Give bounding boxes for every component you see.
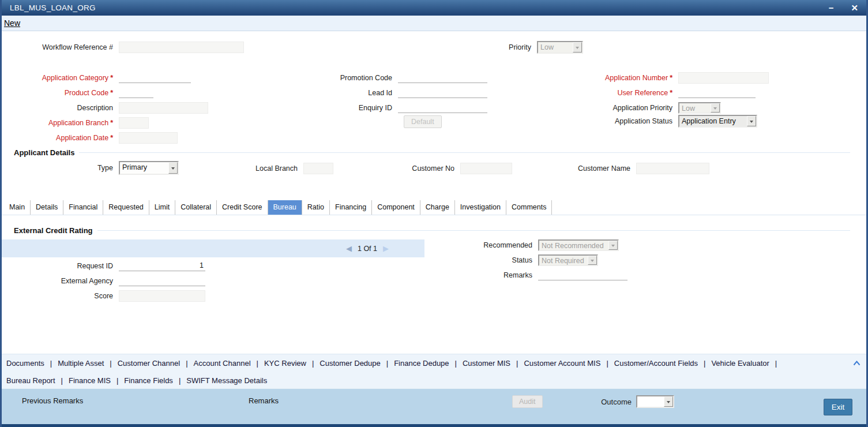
application-branch-input[interactable] xyxy=(119,117,149,129)
menu-item-new[interactable]: New xyxy=(4,18,20,28)
external-credit-rating-title: External Credit Rating xyxy=(14,226,93,235)
link-customer-channel[interactable]: Customer Channel xyxy=(118,359,180,368)
bureau-remarks-input[interactable] xyxy=(538,270,627,280)
link-customer-account-mis[interactable]: Customer Account MIS xyxy=(524,359,600,368)
field-priority: Priority Low xyxy=(502,41,583,54)
score-input[interactable] xyxy=(119,290,205,302)
link-finance-mis[interactable]: Finance MIS xyxy=(69,376,111,385)
outcome-select[interactable] xyxy=(636,395,674,408)
link-swift-message-details[interactable]: SWIFT Message Details xyxy=(186,376,267,385)
customer-no-input[interactable] xyxy=(460,163,512,174)
application-number-input[interactable] xyxy=(678,72,769,84)
link-documents[interactable]: Documents xyxy=(6,359,44,368)
link-separator: | xyxy=(312,359,314,368)
priority-label: Priority xyxy=(502,43,537,51)
product-code-input[interactable] xyxy=(119,88,153,98)
customer-name-input[interactable] xyxy=(636,163,709,174)
bureau-status-value: Not Required xyxy=(539,256,588,265)
link-vehicle-evaluator[interactable]: Vehicle Evaluator xyxy=(711,359,769,368)
bureau-status-label: Status xyxy=(475,256,538,264)
application-category-input[interactable] xyxy=(119,73,191,83)
footer-remarks-label: Remarks xyxy=(249,396,279,405)
link-separator: | xyxy=(455,359,457,368)
link-account-channel[interactable]: Account Channel xyxy=(194,359,251,368)
dropdown-arrow-icon[interactable] xyxy=(664,396,673,407)
link-finance-dedupe[interactable]: Finance Dedupe xyxy=(394,359,449,368)
local-branch-input[interactable] xyxy=(303,163,333,174)
tab-requested[interactable]: Requested xyxy=(103,200,149,215)
field-application-date: Application Date* xyxy=(9,132,178,144)
tab-component[interactable]: Component xyxy=(372,200,420,215)
priority-select[interactable]: Low xyxy=(537,41,583,54)
dropdown-arrow-icon[interactable] xyxy=(747,116,756,126)
field-recommended: Recommended Not Recommended xyxy=(475,239,619,252)
tab-bureau[interactable]: Bureau xyxy=(268,200,302,215)
link-kyc-review[interactable]: KYC Review xyxy=(264,359,306,368)
required-asterisk: * xyxy=(110,74,113,82)
application-status-value: Application Entry xyxy=(679,116,747,126)
minimize-icon[interactable]: − xyxy=(829,3,834,12)
application-number-label: Application Number* xyxy=(586,74,678,82)
page-indicator: 1 Of 1 xyxy=(358,245,377,253)
link-separator: | xyxy=(606,359,608,368)
customer-name-label: Customer Name xyxy=(567,164,636,173)
chevron-up-icon[interactable] xyxy=(853,359,861,368)
link-customer-dedupe[interactable]: Customer Dedupe xyxy=(320,359,381,368)
tab-financing[interactable]: Financing xyxy=(330,200,372,215)
window-bottom-edge xyxy=(2,424,866,427)
link-multiple-asset[interactable]: Multiple Asset xyxy=(58,359,104,368)
request-id-input[interactable]: 1 xyxy=(119,261,205,271)
close-icon[interactable]: ✕ xyxy=(851,3,858,12)
tab-financial[interactable]: Financial xyxy=(63,200,103,215)
enquiry-id-input[interactable] xyxy=(398,103,487,113)
tab-credit-score[interactable]: Credit Score xyxy=(217,200,268,215)
application-date-input[interactable] xyxy=(119,132,178,144)
link-customer-account-fields[interactable]: Customer/Account Fields xyxy=(614,359,698,368)
lead-id-input[interactable] xyxy=(398,88,487,98)
tab-strip-divider xyxy=(2,215,866,215)
bureau-remarks-label: Remarks xyxy=(475,271,538,279)
link-separator: | xyxy=(61,376,63,385)
audit-button[interactable]: Audit xyxy=(512,395,543,408)
external-agency-input[interactable] xyxy=(119,276,205,286)
form-content: Workflow Reference # Priority Low Applic… xyxy=(2,31,866,354)
link-bureau-report[interactable]: Bureau Report xyxy=(6,376,55,385)
request-id-label: Request ID xyxy=(9,262,119,270)
recommended-select[interactable]: Not Recommended xyxy=(538,239,619,251)
tab-comments[interactable]: Comments xyxy=(506,200,552,215)
promotion-code-input[interactable] xyxy=(398,73,487,83)
dropdown-arrow-icon[interactable] xyxy=(573,42,582,53)
dropdown-arrow-icon[interactable] xyxy=(711,103,720,113)
user-reference-input[interactable] xyxy=(678,88,756,98)
tab-details[interactable]: Details xyxy=(31,200,63,215)
next-page-icon[interactable]: ▶ xyxy=(383,244,389,253)
field-external-agency: External Agency xyxy=(9,275,205,287)
tab-charge[interactable]: Charge xyxy=(420,200,455,215)
tab-limit[interactable]: Limit xyxy=(149,200,175,215)
link-customer-mis[interactable]: Customer MIS xyxy=(463,359,510,368)
section-header-applicant-details: Applicant Details xyxy=(14,148,850,157)
application-priority-select[interactable]: Low xyxy=(678,102,721,114)
field-outcome: Outcome xyxy=(553,395,674,408)
tab-main[interactable]: Main xyxy=(4,200,31,215)
score-label: Score xyxy=(9,292,119,300)
field-enquiry-id: Enquiry ID xyxy=(306,102,487,114)
dropdown-arrow-icon[interactable] xyxy=(588,256,597,265)
tab-investigation[interactable]: Investigation xyxy=(455,200,506,215)
application-status-select[interactable]: Application Entry xyxy=(678,115,757,128)
default-button[interactable]: Default xyxy=(404,115,442,128)
workflow-reference-input[interactable] xyxy=(119,42,244,53)
prev-page-icon[interactable]: ◀ xyxy=(346,244,352,253)
applicant-type-select[interactable]: Primary xyxy=(119,161,179,175)
link-separator: | xyxy=(186,359,187,368)
description-input[interactable] xyxy=(119,102,208,114)
link-separator: | xyxy=(775,359,777,368)
dropdown-arrow-icon[interactable] xyxy=(168,162,178,174)
bureau-status-select[interactable]: Not Required xyxy=(538,254,598,266)
link-finance-fields[interactable]: Finance Fields xyxy=(124,376,173,385)
field-description: Description xyxy=(9,102,208,114)
dropdown-arrow-icon[interactable] xyxy=(608,241,618,250)
tab-ratio[interactable]: Ratio xyxy=(302,200,330,215)
exit-button[interactable]: Exit xyxy=(824,399,852,415)
tab-collateral[interactable]: Collateral xyxy=(175,200,217,215)
